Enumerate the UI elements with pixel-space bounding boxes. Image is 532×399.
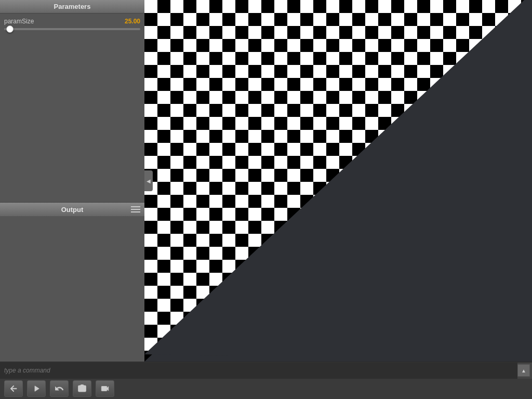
output-header: Output: [0, 203, 144, 216]
video-button[interactable]: [96, 380, 114, 397]
output-section: Output: [0, 202, 144, 362]
video-icon: [100, 384, 110, 393]
panel-collapse-button[interactable]: ◀: [144, 170, 153, 191]
chevron-left-icon: ◀: [147, 178, 151, 184]
output-title: Output: [61, 206, 84, 214]
bottom-bar: ▲: [0, 362, 532, 399]
undo-button[interactable]: [50, 380, 69, 397]
parameters-section: paramSize 25.00: [0, 14, 144, 202]
back-button[interactable]: [4, 380, 23, 397]
command-scroll-button[interactable]: ▲: [517, 364, 530, 377]
undo-icon: [55, 384, 64, 393]
canvas-area: ◀: [144, 0, 532, 362]
output-content: [0, 216, 144, 362]
param-size-slider-container[interactable]: [4, 28, 140, 30]
slider-track[interactable]: [4, 28, 140, 30]
parameters-header: Parameters: [0, 0, 144, 14]
slider-thumb[interactable]: [6, 25, 14, 33]
play-icon: [32, 384, 41, 393]
param-size-value: 25.00: [125, 18, 140, 25]
play-button[interactable]: [27, 380, 46, 397]
param-size-row: paramSize 25.00: [4, 18, 140, 25]
camera-icon: [77, 384, 87, 393]
back-icon: [9, 384, 18, 393]
command-input[interactable]: [0, 363, 517, 379]
left-panel: Parameters paramSize 25.00 Output: [0, 0, 144, 362]
output-menu-icon[interactable]: [131, 206, 140, 212]
chevron-up-icon: ▲: [521, 368, 526, 374]
checker-canvas: [144, 0, 532, 362]
toolbar: [0, 379, 532, 399]
camera-button[interactable]: [73, 380, 91, 397]
param-size-label: paramSize: [4, 18, 34, 25]
parameters-title: Parameters: [54, 3, 91, 10]
command-bar: ▲: [0, 362, 532, 379]
